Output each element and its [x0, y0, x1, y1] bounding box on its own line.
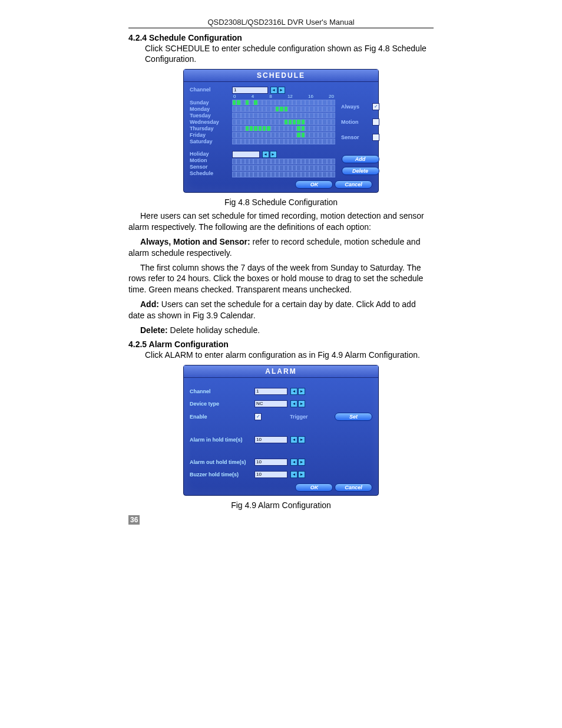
fig48-caption: Fig 4.8 Schedule Configuration	[128, 197, 434, 207]
device-type-label: Device type	[190, 401, 254, 407]
left-arrow-icon[interactable]: ◄	[290, 471, 297, 478]
hour-axis: 048121620	[232, 94, 335, 99]
day-fri: Friday	[190, 132, 226, 139]
left-arrow-icon[interactable]: ◄	[270, 87, 277, 94]
right-arrow-icon[interactable]: ►	[298, 388, 305, 395]
section-intro: Click SCHEDULE to enter schedule configu…	[145, 44, 434, 64]
device-type-stepper[interactable]: ◄►	[290, 400, 305, 407]
fig49-caption: Fig 4.9 Alarm Configuration	[128, 500, 434, 510]
alarm-title: ALARM	[184, 365, 378, 378]
buzzer-input[interactable]: 10	[254, 471, 287, 478]
schedule-label: Schedule	[190, 170, 226, 177]
enable-checkbox[interactable]: ✓	[254, 413, 262, 420]
device-type-input[interactable]: NC	[254, 400, 287, 407]
set-button[interactable]: Set	[335, 413, 372, 421]
body-text: Add: Users can set the schedule for a ce…	[128, 299, 434, 321]
motion-opt-label: Motion	[341, 119, 359, 125]
extra-grid[interactable]	[232, 159, 335, 177]
left-arrow-icon[interactable]: ◄	[290, 436, 297, 443]
body-text: Always, Motion and Sensor: refer to reco…	[128, 236, 434, 259]
delete-button[interactable]: Delete	[342, 167, 379, 175]
left-arrow-icon[interactable]: ◄	[290, 459, 297, 466]
day-sun: Sunday	[190, 100, 226, 106]
page-number: 36	[128, 515, 140, 525]
ok-button[interactable]: OK	[295, 180, 333, 189]
channel-stepper[interactable]: ◄►	[270, 87, 285, 94]
section-intro: Click ALARM to enter alarm configuration…	[145, 350, 434, 361]
alarm-cancel-button[interactable]: Cancel	[335, 483, 372, 492]
alarm-out-label: Alarm out hold time(s)	[190, 459, 254, 465]
divider	[128, 28, 434, 28]
day-tue: Tuesday	[190, 113, 226, 119]
body-text: Here users can set schedule for timed re…	[128, 210, 434, 233]
motion-label: Motion	[190, 157, 226, 164]
channel-input[interactable]: 1	[232, 87, 268, 94]
schedule-grid[interactable]	[232, 100, 335, 144]
alarm-out-input[interactable]: 10	[254, 459, 287, 466]
always-checkbox[interactable]: ✓	[372, 103, 379, 110]
schedule-panel: SCHEDULE Channel Sunday Monday Tuesday W…	[183, 69, 379, 193]
always-label: Always	[341, 104, 359, 110]
right-arrow-icon[interactable]: ►	[278, 87, 285, 94]
holiday-input[interactable]	[232, 151, 260, 158]
sensor-opt-label: Sensor	[341, 134, 359, 140]
body-text: Delete: Delete holiday schedule.	[128, 325, 434, 336]
section-heading-425: 4.2.5 Alarm Configuration	[128, 340, 434, 349]
left-arrow-icon[interactable]: ◄	[290, 400, 297, 407]
sensor-label: Sensor	[190, 164, 226, 170]
day-wed: Wednesday	[190, 119, 226, 126]
holiday-stepper[interactable]: ◄►	[262, 151, 277, 158]
alarm-out-stepper[interactable]: ◄►	[290, 459, 305, 466]
channel-label: Channel	[190, 87, 226, 93]
left-arrow-icon[interactable]: ◄	[262, 151, 269, 158]
alarm-ok-button[interactable]: OK	[295, 483, 333, 492]
day-mon: Monday	[190, 106, 226, 113]
section-heading-424: 4.2.4 Schedule Configuration	[128, 33, 434, 42]
right-arrow-icon[interactable]: ►	[298, 471, 305, 478]
alarm-in-stepper[interactable]: ◄►	[290, 436, 305, 443]
right-arrow-icon[interactable]: ►	[298, 436, 305, 443]
holiday-label: Holiday	[190, 151, 226, 157]
cancel-button[interactable]: Cancel	[335, 180, 372, 189]
alarm-channel-stepper[interactable]: ◄►	[290, 388, 305, 395]
right-arrow-icon[interactable]: ►	[298, 400, 305, 407]
buzzer-stepper[interactable]: ◄►	[290, 471, 305, 478]
trigger-label: Trigger	[290, 414, 308, 420]
alarm-channel-input[interactable]: 1	[254, 388, 287, 395]
left-arrow-icon[interactable]: ◄	[290, 388, 297, 395]
alarm-panel: ALARM Channel 1 ◄► Device type NC ◄► Ena…	[183, 365, 379, 496]
sensor-checkbox[interactable]	[372, 134, 379, 141]
add-button[interactable]: Add	[342, 155, 379, 163]
motion-checkbox[interactable]	[372, 118, 379, 126]
alarm-channel-label: Channel	[190, 388, 254, 394]
page-header: QSD2308L/QSD2316L DVR User's Manual	[0, 18, 562, 27]
day-thu: Thursday	[190, 126, 226, 132]
body-text: The first column shows the 7 days of the…	[128, 262, 434, 296]
alarm-in-label: Alarm in hold time(s)	[190, 437, 254, 443]
schedule-title: SCHEDULE	[184, 70, 378, 82]
alarm-in-input[interactable]: 10	[254, 436, 287, 443]
right-arrow-icon[interactable]: ►	[270, 151, 277, 158]
day-sat: Saturday	[190, 139, 226, 145]
enable-label: Enable	[190, 414, 254, 420]
right-arrow-icon[interactable]: ►	[298, 459, 305, 466]
buzzer-label: Buzzer hold time(s)	[190, 472, 254, 477]
